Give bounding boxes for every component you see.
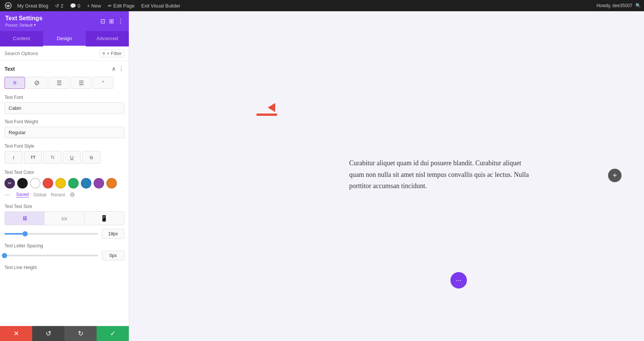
color-swatch-green[interactable] <box>68 178 79 188</box>
chevron-down-icon: ▾ <box>34 22 36 27</box>
edit-page-button[interactable]: ✏ Edit Page <box>105 0 137 11</box>
align-justify-button[interactable]: ☰ <box>71 77 91 89</box>
color-tab-saved[interactable]: Saved <box>16 192 29 197</box>
text-size-value[interactable]: 18px <box>102 229 124 239</box>
undo-button[interactable]: ↺ <box>32 326 64 341</box>
collapse-icon[interactable]: ∧ <box>112 65 116 72</box>
top-bar: W My Great Blog ↺ 2 💬 0 + New ✏ Edit Pag… <box>0 0 644 11</box>
preset-selector[interactable]: Preset: Default ▾ <box>5 22 42 27</box>
canvas-content[interactable]: Curabitur aliquet quam id dui posuere bl… <box>349 157 537 192</box>
bold-tt-button[interactable]: TT <box>24 151 42 164</box>
color-tab-row: ··· Saved Global Recent ⚙ <box>4 191 124 199</box>
letter-spacing-slider[interactable] <box>4 255 98 256</box>
svg-text:W: W <box>7 4 10 8</box>
wp-logo[interactable]: W <box>3 0 13 11</box>
text-section-header: Text ∧ ⋮ <box>4 65 124 72</box>
sidebar-tabs: Content Design Advanced <box>0 31 129 46</box>
save-icon: ✓ <box>110 329 116 338</box>
color-swatch-black[interactable] <box>17 178 28 188</box>
search-bar: ≡ + Filter <box>0 46 129 61</box>
undo-icon: ↺ <box>46 329 51 338</box>
capitalize-button[interactable]: Tt <box>43 151 61 164</box>
text-font-weight-select[interactable]: Regular <box>4 127 124 138</box>
font-style-group: I TT Tt U S <box>4 151 124 164</box>
cancel-button[interactable]: ✕ <box>0 326 32 341</box>
save-button[interactable]: ✓ <box>97 326 129 341</box>
undo-item[interactable]: ↺ 2 <box>52 0 66 11</box>
canvas-area: Curabitur aliquet quam id dui posuere bl… <box>129 11 644 341</box>
comments-item[interactable]: 💬 0 <box>67 0 83 11</box>
tab-design[interactable]: Design <box>43 31 86 46</box>
align-quote-button[interactable]: " <box>93 77 113 89</box>
mobile-icon: 📱 <box>100 215 108 222</box>
pencil-icon: ✏ <box>108 3 112 9</box>
text-font-select[interactable]: Cabin <box>4 102 124 114</box>
eyedropper-button[interactable]: ✏ <box>4 178 15 188</box>
device-selector: 🖥 ▭ 📱 <box>4 211 124 225</box>
underline-button[interactable]: U <box>63 151 81 164</box>
desktop-icon: 🖥 <box>22 215 28 222</box>
user-area: Howdy, dee35007 🔍 <box>596 3 641 8</box>
color-swatch-purple[interactable] <box>94 178 104 188</box>
filter-icon: ≡ <box>102 51 105 56</box>
search-topbar-icon[interactable]: 🔍 <box>635 3 641 8</box>
text-font-weight-label: Text Font Weight <box>4 119 124 124</box>
letter-spacing-value[interactable]: 0px <box>102 251 124 260</box>
tablet-icon: ▭ <box>61 215 67 222</box>
arrow-indicator <box>256 103 275 112</box>
italic-button[interactable]: I <box>4 151 22 164</box>
letter-spacing-slider-row: 0px <box>4 251 124 260</box>
letter-spacing-label: Text Letter Spacing <box>4 243 124 248</box>
bottom-toolbar: ✕ ↺ ↻ ✓ <box>0 326 129 341</box>
text-color-label: Text Text Color <box>4 170 124 175</box>
more-options-icon[interactable]: ⋮ <box>118 18 124 25</box>
more-dots-button[interactable]: ··· <box>4 191 10 199</box>
arrow-body <box>256 114 277 116</box>
color-tab-recent[interactable]: Recent <box>51 192 65 197</box>
align-right-button[interactable]: ☰ <box>49 77 69 89</box>
text-size-slider[interactable] <box>4 233 98 235</box>
filter-button[interactable]: ≡ + Filter <box>100 49 124 57</box>
strikethrough-button[interactable]: S <box>82 151 100 164</box>
color-tab-global[interactable]: Global <box>33 192 46 197</box>
new-button[interactable]: + New <box>84 0 104 11</box>
color-settings-icon[interactable]: ⚙ <box>70 191 75 198</box>
align-link-button[interactable]: ⊘ <box>27 77 47 89</box>
text-size-label: Text Text Size <box>4 204 124 209</box>
color-swatch-orange[interactable] <box>106 178 117 188</box>
add-element-button[interactable]: + <box>608 169 622 182</box>
redo-icon: ↻ <box>78 329 83 338</box>
desktop-device-button[interactable]: 🖥 <box>5 212 45 225</box>
tablet-device-button[interactable]: ▭ <box>45 212 84 225</box>
line-height-label: Text Line Height <box>4 265 124 270</box>
responsive-icon[interactable]: ⊡ <box>100 18 105 25</box>
mobile-device-button[interactable]: 📱 <box>85 212 124 225</box>
color-swatch-red[interactable] <box>43 178 53 188</box>
cancel-icon: ✕ <box>13 329 19 338</box>
tab-advanced[interactable]: Advanced <box>86 31 129 46</box>
color-swatch-yellow[interactable] <box>55 178 66 188</box>
redo-button[interactable]: ↻ <box>64 326 97 341</box>
text-font-style-label: Text Font Style <box>4 144 124 149</box>
undo-icon: ↺ <box>55 3 59 9</box>
sidebar-title: Text Settings <box>5 15 42 22</box>
sidebar: Text Settings Preset: Default ▾ ⊡ ⊞ ⋮ Co… <box>0 11 129 341</box>
section-title: Text <box>4 66 15 72</box>
exit-builder-button[interactable]: Exit Visual Builder <box>138 0 183 11</box>
sidebar-content: Text ∧ ⋮ ≡ ⊘ ☰ ☰ " Text Font Cabin <box>0 61 129 326</box>
ellipsis-icon: ··· <box>456 277 461 284</box>
align-left-button[interactable]: ≡ <box>4 77 25 89</box>
color-swatch-white[interactable] <box>30 178 40 188</box>
color-swatch-blue[interactable] <box>81 178 91 188</box>
text-font-label: Text Font <box>4 95 124 100</box>
text-size-slider-row: 18px <box>4 229 124 239</box>
layout-icon[interactable]: ⊞ <box>109 18 114 25</box>
sidebar-header: Text Settings Preset: Default ▾ ⊡ ⊞ ⋮ <box>0 11 129 31</box>
color-swatches: ✏ <box>4 178 124 188</box>
section-more-icon[interactable]: ⋮ <box>118 65 124 72</box>
search-input[interactable] <box>4 51 97 56</box>
blog-name[interactable]: My Great Blog <box>14 0 51 11</box>
comment-icon: 💬 <box>70 3 76 9</box>
floating-menu-button[interactable]: ··· <box>450 272 467 289</box>
tab-content[interactable]: Content <box>0 31 43 46</box>
